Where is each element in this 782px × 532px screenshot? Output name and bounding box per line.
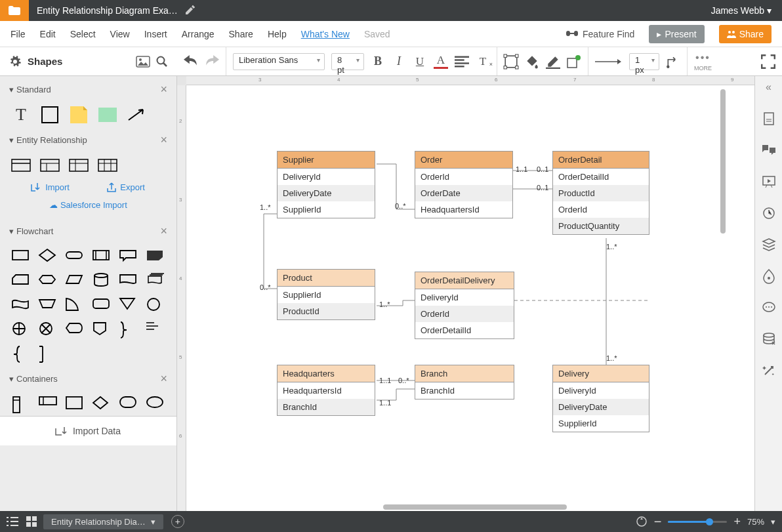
fc-delay[interactable] — [39, 346, 57, 361]
fc-hex[interactable] — [39, 273, 57, 289]
align-icon[interactable] — [455, 54, 469, 69]
gear-icon[interactable] — [9, 56, 21, 68]
er-shape-3[interactable] — [70, 157, 88, 173]
shape-options-icon[interactable] — [567, 54, 581, 69]
fc-diamond[interactable] — [39, 249, 57, 264]
add-page-button[interactable]: + — [171, 515, 184, 528]
ct-1[interactable] — [12, 396, 30, 412]
panel-flowchart[interactable]: ▾ Flowchart× — [0, 218, 176, 245]
entity-branch[interactable]: Branch BranchId — [415, 365, 514, 399]
undo-icon[interactable] — [184, 54, 198, 69]
fullscreen-icon[interactable] — [761, 54, 775, 69]
zoom-out-button[interactable]: − — [654, 514, 662, 529]
fc-note[interactable] — [146, 321, 165, 337]
fc-cylinder[interactable] — [93, 273, 111, 289]
bold-icon[interactable]: B — [371, 54, 385, 69]
salesforce-import-link[interactable]: ☁ Salesforce Import — [0, 197, 176, 218]
menu-file[interactable]: File — [10, 29, 26, 39]
panel-containers[interactable]: ▾ Containers× — [0, 365, 176, 392]
menu-edit[interactable]: Edit — [40, 29, 56, 39]
data-icon[interactable] — [762, 332, 776, 346]
fc-triangle[interactable] — [119, 297, 138, 313]
underline-icon[interactable]: U — [413, 54, 427, 69]
fc-circle[interactable] — [146, 297, 165, 313]
search-icon[interactable] — [156, 56, 168, 68]
share-button[interactable]: Share — [719, 25, 772, 43]
folder-icon[interactable] — [0, 0, 29, 21]
font-select[interactable]: Liberation Sans — [233, 53, 325, 70]
fc-tape[interactable] — [12, 297, 30, 313]
border-color-icon[interactable] — [546, 54, 560, 69]
fc-brace-r[interactable] — [119, 321, 138, 337]
horizontal-scrollbar[interactable] — [383, 504, 567, 510]
entity-supplier[interactable]: Supplier DeliveryId DeliveryDate Supplie… — [277, 151, 375, 218]
entity-orderdetail[interactable]: OrderDetail OrderDetailId ProductId Orde… — [552, 151, 649, 235]
redo-icon[interactable] — [205, 54, 219, 69]
sync-icon[interactable] — [636, 516, 648, 527]
export-link[interactable]: Export — [106, 182, 145, 192]
collapse-icon[interactable]: « — [762, 80, 776, 94]
page-tab[interactable]: Entity Relationship Dia… ▾ — [43, 514, 163, 529]
italic-icon[interactable]: I — [392, 54, 406, 69]
ct-6[interactable] — [146, 396, 165, 412]
user-menu[interactable]: James Webb ▾ — [701, 5, 782, 16]
image-icon[interactable] — [136, 56, 150, 67]
ct-3[interactable] — [66, 396, 84, 412]
ct-5[interactable] — [119, 396, 138, 412]
panel-standard[interactable]: ▾ Standard× — [0, 76, 176, 103]
text-shape[interactable]: T — [12, 107, 30, 123]
vertical-scrollbar[interactable] — [720, 89, 726, 234]
fc-display[interactable] — [66, 321, 84, 337]
entity-delivery[interactable]: Delivery DeliveryId DeliveryDate Supplie… — [552, 365, 649, 432]
grid-view-icon[interactable] — [26, 516, 37, 527]
line-style-icon[interactable] — [595, 57, 623, 66]
history-icon[interactable] — [762, 206, 776, 220]
fc-sector[interactable] — [66, 297, 84, 313]
fc-rect[interactable] — [12, 249, 30, 264]
magic-icon[interactable] — [762, 363, 776, 378]
menu-arrange[interactable]: Arrange — [182, 29, 215, 39]
close-icon[interactable]: × — [160, 372, 167, 386]
menu-insert[interactable]: Insert — [144, 29, 167, 39]
presentation-icon[interactable] — [762, 174, 776, 189]
fc-offpage[interactable] — [146, 249, 165, 264]
menu-share[interactable]: Share — [229, 29, 253, 39]
close-icon[interactable]: × — [160, 133, 167, 147]
note-shape[interactable] — [70, 107, 88, 123]
line-options-icon[interactable] — [666, 54, 680, 69]
block-shape[interactable] — [98, 107, 117, 123]
panel-er[interactable]: ▾ Entity Relationship× — [0, 127, 176, 153]
close-icon[interactable]: × — [160, 224, 167, 238]
more-icon[interactable]: ••• — [695, 52, 710, 64]
font-size-select[interactable]: 8 pt — [331, 53, 364, 70]
fc-rrect[interactable] — [93, 297, 111, 313]
fc-callout[interactable] — [119, 249, 138, 264]
outline-view-icon[interactable] — [7, 517, 18, 526]
er-shape-1[interactable] — [12, 157, 30, 173]
comments-icon[interactable] — [762, 143, 776, 157]
text-color-icon[interactable]: A — [434, 54, 448, 69]
rect-shape[interactable] — [41, 107, 59, 123]
clear-format-icon[interactable]: T× — [476, 54, 490, 69]
fc-brace-l[interactable] — [12, 346, 30, 361]
fc-card[interactable] — [12, 273, 30, 289]
entity-orderdetaildelivery[interactable]: OrderDetailDelivery DeliveryId OrderId O… — [415, 272, 514, 339]
feature-find[interactable]: Feature Find — [566, 29, 634, 39]
zoom-level[interactable]: 75% — [747, 517, 764, 527]
fc-trap[interactable] — [39, 297, 57, 313]
menu-whatsnew[interactable]: What's New — [301, 29, 350, 39]
entity-headquarters[interactable]: Headquarters HeadquartersId BranchId — [277, 365, 375, 416]
page-settings-icon[interactable] — [762, 112, 776, 126]
menu-view[interactable]: View — [110, 29, 130, 39]
line-width-select[interactable]: 1 px — [629, 53, 659, 70]
present-button[interactable]: ▸ Present — [649, 25, 704, 43]
zoom-slider[interactable] — [668, 521, 727, 523]
fill-icon[interactable] — [525, 54, 539, 69]
themes-icon[interactable] — [762, 269, 776, 283]
canvas[interactable]: Supplier DeliveryId DeliveryDate Supplie… — [186, 85, 754, 511]
entity-order[interactable]: Order OrderId OrderDate HeadquartersId — [415, 151, 513, 218]
pencil-icon[interactable] — [186, 5, 195, 16]
import-link[interactable]: Import — [31, 182, 70, 192]
arrow-shape[interactable] — [127, 107, 146, 123]
layers-icon[interactable] — [762, 237, 776, 252]
